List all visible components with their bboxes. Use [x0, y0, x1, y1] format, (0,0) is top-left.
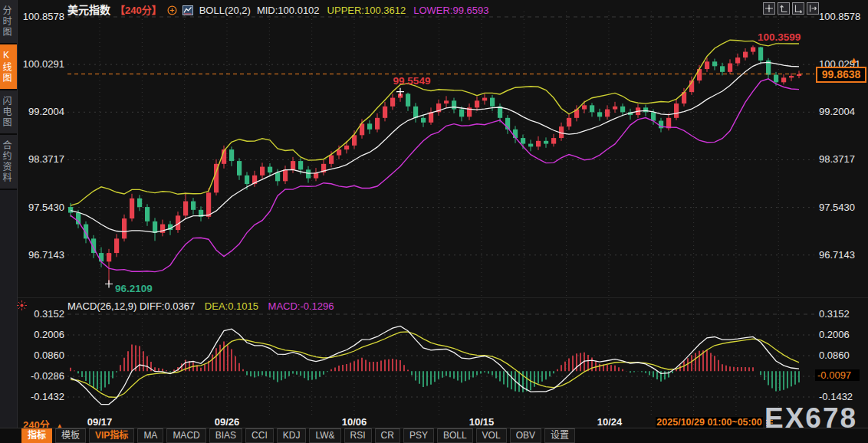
svg-text:0.3152: 0.3152: [34, 308, 64, 320]
toolbar-button-PSY[interactable]: PSY: [403, 428, 434, 443]
boll-label: BOLL(20,2): [199, 5, 251, 16]
toolbar-button-VIP指标[interactable]: VIP指标: [89, 428, 134, 443]
svg-text:0.3152: 0.3152: [819, 308, 850, 320]
price-arrow-icon: ▲: [850, 55, 858, 64]
svg-text:100.8578: 100.8578: [819, 11, 860, 22]
toolbar-button-设置[interactable]: 设置: [544, 428, 575, 443]
toolbar-button-KDJ[interactable]: KDJ: [277, 428, 307, 443]
chart-plot-area[interactable]: [67, 11, 814, 416]
chart-header: 美元指数【240分】BOLL(20,2)MID:100.0102UPPER:10…: [67, 4, 488, 17]
boll-upper-value: UPPER:100.3612: [327, 5, 406, 16]
svg-text:0.0860: 0.0860: [34, 349, 64, 361]
svg-text:96.7143: 96.7143: [819, 249, 855, 261]
toolbar-button-BOLL[interactable]: BOLL: [437, 428, 473, 443]
last-price-tag: 99.8638: [816, 67, 866, 83]
sidebar-item-闪电图[interactable]: 闪电图: [0, 90, 17, 135]
svg-text:96.7143: 96.7143: [28, 249, 64, 261]
chart-tools: [763, 2, 819, 15]
svg-text:-0.0286: -0.0286: [31, 370, 64, 382]
watermark: EX678: [764, 402, 857, 435]
svg-text:0.2006: 0.2006: [34, 329, 64, 340]
svg-text:98.3717: 98.3717: [819, 153, 855, 165]
macd-macd-value: MACD:-0.1296: [268, 300, 334, 312]
svg-text:10/06: 10/06: [342, 416, 367, 428]
toolbar-button-CR[interactable]: CR: [375, 428, 400, 443]
macd-params: MACD(26,12,9): [67, 300, 136, 312]
svg-text:0.2006: 0.2006: [819, 329, 850, 340]
toolbar-button-MA[interactable]: MA: [137, 428, 163, 443]
panel-divider: [17, 297, 868, 298]
trading-app-window: 100.8578100.8578100.0291100.029199.20049…: [0, 0, 868, 443]
svg-text:10/24: 10/24: [597, 416, 623, 428]
current-bar-time: 2025/10/29 01:00~05:00: [656, 417, 763, 428]
y-axis-zoom-icon[interactable]: [778, 2, 790, 15]
toolbar-button-BIAS[interactable]: BIAS: [209, 428, 242, 443]
svg-text:0.0860: 0.0860: [819, 349, 850, 361]
svg-text:09/17: 09/17: [87, 416, 113, 428]
sidebar-item-合约资料[interactable]: 合约资料: [0, 135, 17, 190]
svg-text:98.3717: 98.3717: [28, 153, 64, 165]
svg-text:09/26: 09/26: [215, 416, 240, 428]
plus-circle-icon[interactable]: [167, 5, 177, 18]
toolbar-button-指标[interactable]: 指标: [21, 428, 52, 443]
x-axis-zoom-icon[interactable]: [792, 2, 804, 15]
candlestick-chart-canvas[interactable]: 100.8578100.8578100.0291100.029199.20049…: [0, 0, 868, 443]
svg-text:99.2004: 99.2004: [819, 106, 855, 117]
indicator-toolbar: 指标模板VIP指标MAMACDBIASCCIKDJLW&RSICRPSYBOLL…: [21, 428, 575, 443]
svg-text:-0.1432: -0.1432: [31, 391, 64, 402]
svg-text:10/15: 10/15: [469, 416, 495, 428]
alert-sun-icon[interactable]: [16, 300, 28, 314]
svg-text:100.0291: 100.0291: [23, 58, 64, 70]
boll-mid-value: MID:100.0102: [257, 5, 320, 16]
svg-text:100.8578: 100.8578: [23, 11, 64, 22]
crosshair-icon[interactable]: [763, 2, 775, 15]
macd-header: MACD(26,12,9) DIFF:0.0367 DEA:0.1015 MAC…: [67, 300, 334, 312]
sidebar: 分时图K线图闪电图合约资料: [0, 0, 18, 443]
sidebar-item-分时图[interactable]: 分时图: [0, 0, 17, 44]
symbol-name: 美元指数: [67, 4, 110, 16]
toolbar-button-OBV[interactable]: OBV: [510, 428, 541, 443]
boll-lower-value: LOWER:99.6593: [413, 5, 488, 16]
macd-dea-value: DEA:0.1015: [205, 300, 258, 312]
svg-text:99.2004: 99.2004: [28, 106, 64, 117]
svg-text:97.5430: 97.5430: [28, 202, 64, 213]
scroll-right-icon[interactable]: [807, 2, 819, 15]
macd-diff-value: DIFF:0.0367: [140, 300, 195, 312]
toolbar-button-RSI[interactable]: RSI: [344, 428, 372, 443]
svg-text:97.5430: 97.5430: [819, 202, 855, 213]
sidebar-item-K线图[interactable]: K线图: [0, 44, 17, 90]
toolbar-button-VOL[interactable]: VOL: [476, 428, 507, 443]
svg-text:-0.1432: -0.1432: [819, 391, 853, 402]
period-badge[interactable]: 【240分】: [115, 5, 162, 16]
toolbar-button-MACD[interactable]: MACD: [166, 428, 205, 443]
toolbar-button-CCI[interactable]: CCI: [245, 428, 274, 443]
toolbar-button-模板[interactable]: 模板: [55, 428, 86, 443]
indicator-thumbnail-icon[interactable]: [182, 5, 193, 18]
toolbar-button-LW&[interactable]: LW&: [309, 428, 340, 443]
macd-axis-tag: -0.0097: [815, 369, 860, 381]
